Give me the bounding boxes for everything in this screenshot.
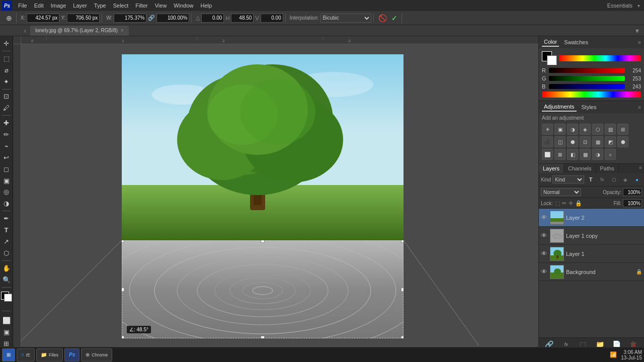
eyedropper-tool[interactable]: 🖊 bbox=[1, 103, 12, 113]
channels-tab[interactable]: Channels bbox=[564, 164, 596, 173]
menu-type[interactable]: Type bbox=[91, 2, 109, 10]
layer-filter-onoff[interactable]: ● bbox=[632, 174, 642, 185]
curves-adj[interactable]: ◑ bbox=[567, 124, 578, 135]
bg-swatch[interactable] bbox=[547, 55, 557, 65]
lasso-tool[interactable]: ⌀ bbox=[1, 65, 12, 75]
hand-tool[interactable]: ✋ bbox=[1, 263, 12, 274]
layer-item-layer2[interactable]: 👁 Layer 2 bbox=[539, 209, 644, 227]
background-visibility[interactable]: 👁 bbox=[541, 268, 548, 276]
menu-view[interactable]: View bbox=[152, 2, 170, 10]
hsl-adj[interactable]: ▨ bbox=[605, 124, 616, 135]
h-percent-input[interactable] bbox=[156, 14, 189, 23]
layer-filter-px[interactable]: ⬡ bbox=[609, 174, 619, 185]
layer2-visibility[interactable]: 👁 bbox=[541, 214, 548, 221]
shape-tool[interactable]: ⬡ bbox=[1, 248, 12, 258]
vibrance-adj[interactable]: ⬡ bbox=[592, 124, 603, 135]
expand-panel-button[interactable]: ▾ bbox=[632, 27, 642, 35]
marquee-tool[interactable]: ⬚ bbox=[1, 53, 12, 64]
x-input[interactable] bbox=[27, 14, 59, 23]
brush-tool[interactable]: ✏ bbox=[1, 129, 12, 140]
g-slider[interactable] bbox=[549, 76, 625, 81]
history-brush[interactable]: ↩ bbox=[1, 152, 12, 163]
crop-tool[interactable]: ⊡ bbox=[1, 91, 12, 102]
styles-tab[interactable]: Styles bbox=[580, 103, 599, 111]
menu-window[interactable]: Window bbox=[171, 2, 196, 10]
menu-file[interactable]: File bbox=[15, 2, 30, 10]
photo-adj[interactable]: ◫ bbox=[554, 136, 566, 147]
colorbal-adj[interactable]: ⊞ bbox=[617, 124, 628, 135]
path-select[interactable]: ↗ bbox=[1, 236, 12, 247]
eraser-tool[interactable]: ◻ bbox=[1, 164, 12, 174]
menu-edit[interactable]: Edit bbox=[31, 2, 47, 10]
match-adj[interactable]: ⟐ bbox=[605, 149, 616, 160]
menu-filter[interactable]: Filter bbox=[132, 2, 150, 10]
lock-image-icon[interactable]: ✏ bbox=[562, 200, 567, 207]
gradient-adj[interactable]: ⬣ bbox=[617, 136, 628, 147]
layer1copy-visibility[interactable]: 👁 bbox=[541, 232, 548, 239]
ps-taskbar-button[interactable]: Ps bbox=[64, 348, 79, 361]
essentials-arrow[interactable]: ▾ bbox=[637, 3, 640, 9]
lock-position-icon[interactable]: ✛ bbox=[569, 200, 573, 207]
w-input[interactable] bbox=[114, 14, 146, 23]
zoom-tool[interactable]: 🔍 bbox=[1, 275, 12, 285]
b-slider[interactable] bbox=[549, 84, 625, 89]
menu-help[interactable]: Help bbox=[197, 2, 215, 10]
layers-tab[interactable]: Layers bbox=[539, 164, 564, 173]
screen-mode-button[interactable]: ▣ bbox=[1, 327, 12, 337]
exposure-adj[interactable]: ◈ bbox=[580, 124, 591, 135]
transform-tool-icon[interactable]: ⊕ bbox=[4, 13, 14, 23]
pen-tool[interactable]: ✒ bbox=[1, 213, 12, 224]
file-tab-close[interactable]: × bbox=[121, 28, 124, 33]
lock-all-icon[interactable]: 🔒 bbox=[575, 200, 582, 207]
move-tool[interactable]: ✛ bbox=[1, 38, 12, 49]
files-taskbar-button[interactable]: 📁 Files bbox=[36, 348, 63, 361]
v-input[interactable] bbox=[261, 14, 283, 23]
layer-kind-select[interactable]: Kind bbox=[552, 175, 584, 184]
blur-tool[interactable]: ◎ bbox=[1, 187, 12, 198]
layer-filter-smart[interactable]: ◈ bbox=[620, 174, 630, 185]
layer-item-layer1copy[interactable]: 👁 Layer 1 copy bbox=[539, 227, 644, 245]
layer1-visibility[interactable]: 👁 bbox=[541, 250, 548, 257]
dodge-tool[interactable]: ◑ bbox=[1, 198, 12, 209]
opacity-input[interactable] bbox=[623, 188, 642, 196]
levels-adj[interactable]: ▣ bbox=[554, 124, 566, 135]
gradient-tool[interactable]: ▣ bbox=[1, 175, 12, 186]
paths-tab[interactable]: Paths bbox=[596, 164, 619, 173]
menu-select[interactable]: Select bbox=[110, 2, 132, 10]
file-tab[interactable]: lonely.jpg @ 69.7% (Layer 2, RGB/8) × bbox=[30, 26, 129, 36]
y-input[interactable] bbox=[67, 14, 100, 23]
heal-tool[interactable]: ✚ bbox=[1, 118, 12, 128]
menu-image[interactable]: Image bbox=[48, 2, 69, 10]
color-spectrum[interactable] bbox=[559, 55, 641, 61]
quick-mask-button[interactable]: ⬜ bbox=[1, 315, 12, 326]
selcolor-adj[interactable]: ⊠ bbox=[554, 149, 566, 160]
desat-adj[interactable]: ◑ bbox=[592, 149, 603, 160]
angle-input[interactable] bbox=[201, 14, 224, 23]
fill-input[interactable] bbox=[623, 199, 642, 207]
background-color[interactable] bbox=[4, 294, 12, 302]
interpolation-select[interactable]: Bicubic Bilinear Nearest Neighbor bbox=[320, 14, 371, 23]
r-slider[interactable] bbox=[549, 68, 625, 73]
layer-filter-t[interactable]: T bbox=[586, 174, 596, 185]
clone-tool[interactable]: ⌁ bbox=[1, 141, 12, 151]
wand-tool[interactable]: ✦ bbox=[1, 76, 12, 87]
layer-item-background[interactable]: 👁 Background 🔒 bbox=[539, 263, 644, 281]
bw-adj[interactable]: ⬛ bbox=[542, 136, 553, 147]
tab-left-arrow[interactable]: ‹ bbox=[20, 27, 30, 35]
layer-item-layer1[interactable]: 👁 Layer 1 bbox=[539, 245, 644, 263]
swatches-tab[interactable]: Swatches bbox=[562, 38, 590, 46]
color-swatch-area[interactable] bbox=[1, 292, 12, 302]
invert-adj[interactable]: ⊡ bbox=[580, 136, 591, 147]
adjustments-tab[interactable]: Adjustments bbox=[542, 103, 577, 112]
lock-transparent-icon[interactable]: ⬚ bbox=[555, 200, 560, 207]
channel-adj[interactable]: ⬢ bbox=[567, 136, 578, 147]
layers-options[interactable]: ≡ bbox=[637, 164, 644, 173]
adj-collapse[interactable]: ≡ bbox=[638, 105, 641, 110]
hdr-adj[interactable]: ▩ bbox=[580, 149, 591, 160]
text-tool[interactable]: T bbox=[1, 225, 12, 235]
chrome-taskbar-button[interactable]: ⊕ Chrome bbox=[81, 348, 112, 361]
apply-transform-button[interactable]: ✓ bbox=[389, 13, 399, 23]
shadows-adj[interactable]: ◧ bbox=[567, 149, 578, 160]
cancel-transform-button[interactable]: 🚫 bbox=[378, 13, 388, 23]
pattern-adj[interactable]: ⬜ bbox=[542, 149, 553, 160]
